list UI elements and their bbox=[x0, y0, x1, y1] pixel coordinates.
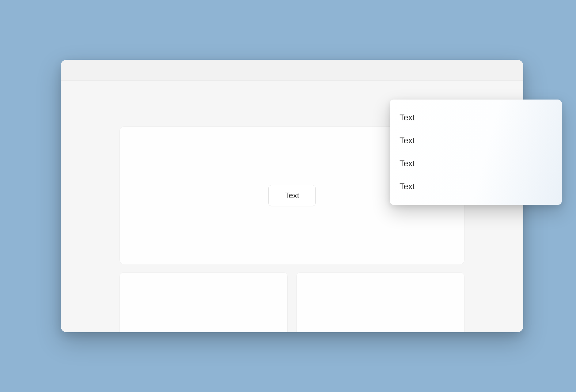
dropdown-item-3[interactable]: Text bbox=[398, 175, 554, 198]
dropdown-menu: Text Text Text Text bbox=[390, 100, 562, 205]
dropdown-item-2[interactable]: Text bbox=[398, 152, 554, 175]
dropdown-item-1[interactable]: Text bbox=[398, 129, 554, 152]
hero-button[interactable]: Text bbox=[268, 185, 316, 206]
card-row bbox=[119, 272, 464, 332]
dropdown-item-0[interactable]: Text bbox=[398, 106, 554, 129]
card-left bbox=[119, 272, 288, 332]
window-titlebar bbox=[61, 60, 523, 81]
card-right bbox=[296, 272, 464, 332]
